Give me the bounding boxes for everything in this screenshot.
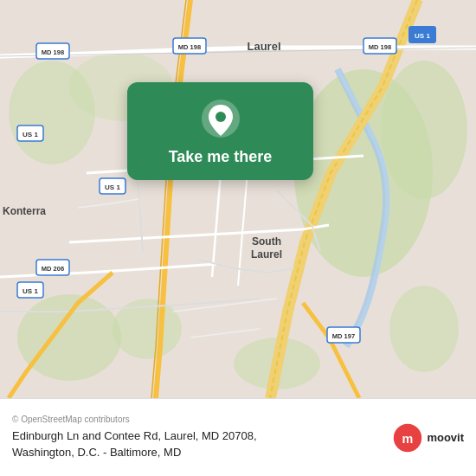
attribution-text: © OpenStreetMap contributors [12, 415, 392, 424]
svg-text:MD 198: MD 198 [42, 48, 64, 56]
map-container: US 1 MD 198 MD 198 MD 198 US 1 US 1 US 1… [0, 0, 476, 398]
address-line2: Washington, D.C. - Baltimore, MD [12, 444, 392, 461]
svg-text:MD 206: MD 206 [42, 265, 64, 273]
moovit-icon: m [392, 422, 423, 453]
svg-point-32 [215, 112, 226, 122]
svg-point-3 [17, 294, 121, 381]
svg-text:US 1: US 1 [23, 287, 38, 295]
svg-text:US 1: US 1 [105, 183, 120, 191]
svg-text:MD 197: MD 197 [332, 332, 355, 340]
bottom-text: © OpenStreetMap contributors Edinburgh L… [12, 415, 392, 461]
svg-text:MD 198: MD 198 [369, 43, 391, 51]
moovit-label: moovit [427, 431, 464, 444]
svg-text:South: South [252, 235, 281, 248]
svg-text:US 1: US 1 [23, 131, 38, 138]
svg-point-2 [381, 61, 467, 199]
callout-label: Take me there [169, 148, 273, 166]
location-pin-icon [200, 98, 241, 139]
address-line1: Edinburgh Ln and Contee Rd, Laurel, MD 2… [12, 428, 392, 445]
svg-text:Laurel: Laurel [251, 248, 282, 261]
bottom-bar: © OpenStreetMap contributors Edinburgh L… [0, 398, 476, 476]
svg-point-5 [389, 286, 459, 372]
svg-text:Laurel: Laurel [247, 40, 280, 53]
svg-text:MD 198: MD 198 [178, 43, 201, 51]
svg-text:m: m [402, 432, 414, 446]
svg-text:Konterra: Konterra [3, 205, 46, 217]
svg-text:US 1: US 1 [415, 32, 430, 40]
map-callout[interactable]: Take me there [127, 82, 313, 180]
moovit-logo: m moovit [392, 422, 464, 453]
